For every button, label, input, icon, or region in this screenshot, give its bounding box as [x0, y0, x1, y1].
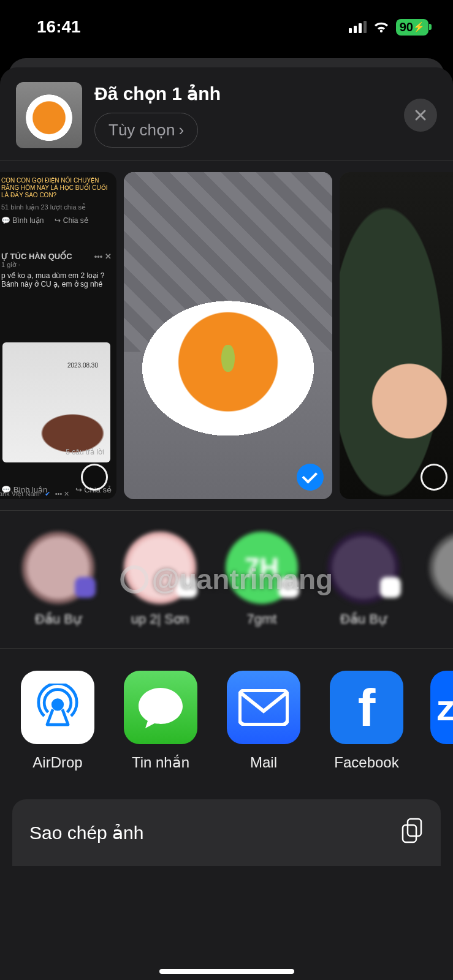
- svg-rect-3: [403, 825, 416, 842]
- photo-select-toggle[interactable]: [81, 464, 108, 491]
- selected-photo-thumbnail[interactable]: [16, 82, 82, 148]
- photo-item-bread[interactable]: [124, 172, 332, 499]
- copy-icon: [400, 818, 424, 848]
- contact-item[interactable]: Đầu Bự: [18, 532, 98, 627]
- photo-select-toggle-selected[interactable]: [297, 464, 324, 491]
- app-messages[interactable]: Tin nhắn: [121, 671, 200, 771]
- photo-select-toggle[interactable]: [421, 464, 447, 491]
- photo-item-dark-bread[interactable]: [340, 172, 453, 499]
- share-apps-row[interactable]: AirDrop Tin nhắn Mail f Facebook z: [0, 649, 453, 783]
- app-mail[interactable]: Mail: [224, 671, 303, 771]
- cellular-signal-icon: [349, 21, 367, 33]
- contact-item[interactable]: M: [425, 532, 453, 627]
- zalo-icon: z: [430, 671, 453, 744]
- photo-selector-strip[interactable]: CON CON GỌI ĐIỆN NÓI CHUYỆN RẰNG HÔM NAY…: [0, 161, 453, 510]
- messages-icon: [124, 671, 197, 744]
- close-button[interactable]: [404, 99, 437, 132]
- facebook-icon: f: [330, 671, 403, 744]
- contact-item[interactable]: up 2| Sơn: [120, 532, 200, 627]
- app-airdrop[interactable]: AirDrop: [18, 671, 97, 771]
- wifi-icon: [373, 17, 390, 37]
- svg-rect-2: [408, 819, 421, 836]
- chevron-right-icon: ›: [179, 121, 185, 140]
- app-facebook[interactable]: f Facebook: [327, 671, 406, 771]
- selection-count-label: Đã chọn 1 ảnh: [94, 83, 392, 104]
- status-bar: 16:41 90⚡: [0, 0, 453, 43]
- share-actions-list: Sao chép ảnh: [0, 783, 453, 866]
- copy-photo-action[interactable]: Sao chép ảnh: [12, 799, 441, 866]
- share-sheet: Đã chọn 1 ảnh Tùy chọn › CON CON GỌI ĐIỆ…: [0, 67, 453, 980]
- status-time: 16:41: [37, 17, 81, 37]
- mail-icon: [227, 671, 300, 744]
- battery-indicator: 90⚡: [396, 19, 428, 36]
- status-indicators: 90⚡: [349, 17, 428, 37]
- app-zalo[interactable]: z: [430, 671, 453, 771]
- contact-item[interactable]: 7H 7gmt: [222, 532, 302, 627]
- airdrop-contacts-row[interactable]: Đầu Bự up 2| Sơn 7H 7gmt Đầu Bự M @uantr…: [0, 511, 453, 648]
- contact-item[interactable]: Đầu Bự: [324, 532, 403, 627]
- options-button[interactable]: Tùy chọn ›: [94, 113, 198, 148]
- home-indicator[interactable]: [159, 969, 294, 974]
- close-icon: [414, 108, 427, 122]
- airdrop-icon: [21, 671, 94, 744]
- share-header: Đã chọn 1 ảnh Tùy chọn ›: [0, 67, 453, 160]
- svg-point-0: [53, 700, 63, 710]
- photo-item-screenshot[interactable]: CON CON GỌI ĐIỆN NÓI CHUYỆN RẰNG HÔM NAY…: [0, 172, 116, 499]
